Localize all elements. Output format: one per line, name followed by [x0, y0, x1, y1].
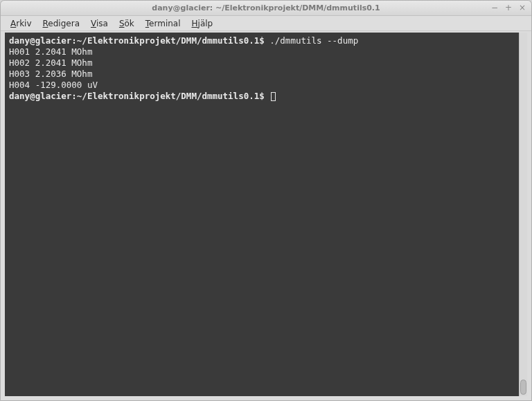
- menu-visa[interactable]: Visa: [87, 17, 112, 30]
- menubar: Arkiv Redigera Visa Sök Terminal Hjälp: [1, 16, 531, 31]
- menu-redigera[interactable]: Redigera: [39, 17, 84, 30]
- cursor-icon: [271, 92, 276, 101]
- menu-terminal[interactable]: Terminal: [141, 17, 185, 30]
- window-controls: − + ×: [490, 3, 527, 12]
- terminal-output-line: H003 2.2036 MOhm: [9, 69, 515, 80]
- scroll-thumb[interactable]: [520, 380, 526, 395]
- prompt: dany@glacier:~/Elektronikprojekt/DMM/dmm…: [9, 91, 265, 101]
- scrollbar[interactable]: [519, 33, 527, 396]
- menu-arkiv[interactable]: Arkiv: [6, 17, 36, 30]
- terminal-container: dany@glacier:~/Elektronikprojekt/DMM/dmm…: [1, 31, 531, 400]
- window-title: dany@glacier: ~/Elektronikprojekt/DMM/dm…: [152, 3, 380, 12]
- command-text: ./dmmutils --dump: [265, 35, 358, 46]
- terminal-output-line: H002 2.2041 MOhm: [9, 57, 515, 69]
- terminal-viewport[interactable]: dany@glacier:~/Elektronikprojekt/DMM/dmm…: [5, 33, 519, 396]
- terminal-window: dany@glacier: ~/Elektronikprojekt/DMM/dm…: [0, 0, 532, 401]
- titlebar[interactable]: dany@glacier: ~/Elektronikprojekt/DMM/dm…: [1, 1, 531, 16]
- terminal-output-line: H004 -129.0000 uV: [9, 80, 515, 91]
- maximize-button[interactable]: +: [504, 3, 513, 12]
- menu-hjalp[interactable]: Hjälp: [188, 17, 218, 30]
- terminal-line: dany@glacier:~/Elektronikprojekt/DMM/dmm…: [9, 35, 515, 46]
- menu-sok[interactable]: Sök: [115, 17, 139, 30]
- prompt: dany@glacier:~/Elektronikprojekt/DMM/dmm…: [9, 35, 265, 46]
- terminal-line: dany@glacier:~/Elektronikprojekt/DMM/dmm…: [9, 91, 515, 102]
- close-button[interactable]: ×: [517, 3, 527, 12]
- terminal-output-line: H001 2.2041 MOhm: [9, 46, 515, 57]
- minimize-button[interactable]: −: [490, 3, 499, 12]
